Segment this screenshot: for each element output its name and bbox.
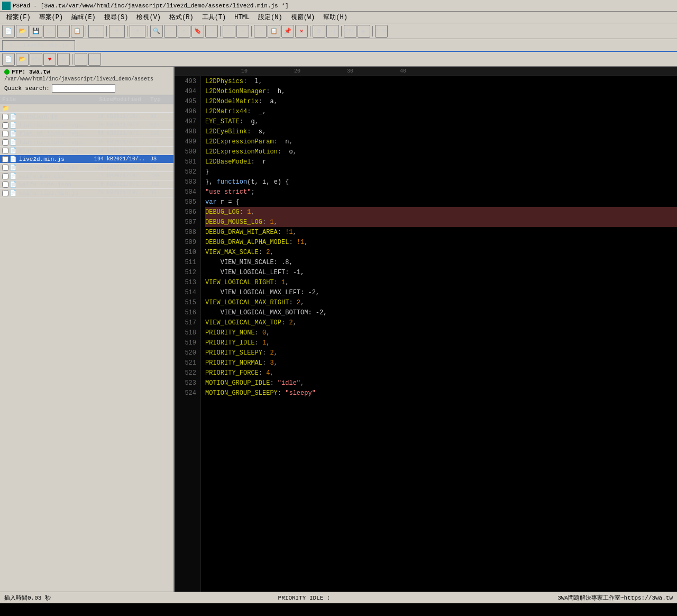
ftp-upload-btn[interactable]: a↑ [75, 53, 87, 66]
file-checkbox[interactable] [2, 190, 8, 196]
file-checkbox[interactable] [2, 139, 8, 146]
copy-btn[interactable]: 📋 [268, 25, 280, 38]
file-name: flat-ui-icons-regula... [19, 122, 87, 129]
line-number: 521 [175, 358, 200, 368]
code-editor[interactable]: 10 20 30 40 4934944954964974984995005015… [175, 67, 677, 592]
search-btn[interactable]: 🔍 [150, 25, 163, 38]
menu-file[interactable]: 檔案(F) [2, 12, 35, 23]
replace-btn[interactable]: ↔ [164, 25, 177, 38]
menu-search[interactable]: 搜尋(S) [100, 12, 133, 23]
ftp-heart-btn[interactable]: ♥ [43, 53, 56, 66]
ruler: 10 20 30 40 [175, 67, 677, 76]
code-line: DEBUG_DRAW_ALPHA_MODEL: !1, [205, 237, 677, 247]
file-checkbox[interactable] [2, 114, 8, 120]
dropdown3[interactable]: ▼ [130, 25, 145, 38]
list-item[interactable]: 📄flat-ui-icons-regula...18 kB2021/8/1...… [0, 147, 173, 155]
tab-live2d-min[interactable]: 1.. live2d.min.js [2, 40, 75, 51]
media-btn[interactable]: ▶ [358, 25, 370, 38]
file-type: CSS [150, 173, 171, 179]
search-label: Quick search: [4, 85, 50, 92]
dropdown1[interactable]: ▼ [88, 25, 104, 38]
file-size: 7 kB [87, 173, 113, 179]
file-name: live2d.min.js [19, 156, 87, 162]
menu-tools[interactable]: 工具(T) [198, 12, 231, 23]
quick-search-input[interactable] [52, 84, 115, 93]
ftp-close-btn[interactable]: ✕ [57, 53, 70, 66]
file-modified: 2021/8/1... [113, 139, 150, 145]
app-icon [2, 2, 11, 10]
file-type: SVG [150, 131, 171, 137]
code-line: DEBUG_MOUSE_LOG: 1, [205, 217, 677, 227]
code-line: MOTION_GROUP_SLEEPY: "sleepy" [205, 388, 677, 398]
col-header-file: File [2, 96, 87, 103]
undo-btn[interactable]: ↩ [223, 25, 235, 38]
new-btn[interactable]: 📄 [2, 25, 15, 38]
list-item[interactable]: 📄live2d.min.js194 kB2021/10/..JS [0, 155, 173, 164]
file-checkbox[interactable] [2, 122, 8, 129]
sep5 [220, 26, 221, 37]
file-list-header: File Size Modified Typ [0, 95, 173, 104]
file-checkbox[interactable] [2, 156, 8, 162]
dropdown2[interactable]: ▼ [109, 25, 125, 38]
file-type: JS [150, 156, 171, 162]
list-item[interactable]: 📄waifu-tips.min.js26 kB2021/10/..JS [0, 189, 173, 197]
clip-btn[interactable]: 📋 [71, 25, 84, 38]
file-checkbox[interactable] [2, 182, 8, 188]
line-number: 524 [175, 388, 200, 398]
ruler-mark-40: 40 [354, 68, 407, 74]
status-bar: 插入時間0.03 秒 PRIORITY IDLE : 3WA問題解決專家工作室~… [0, 592, 677, 603]
menu-project[interactable]: 專案(P) [35, 12, 68, 23]
menu-html[interactable]: HTML [230, 13, 254, 22]
file-icon: 📄 [10, 156, 17, 162]
open-btn[interactable]: 📂 [16, 25, 29, 38]
ftp-hex-btn[interactable]: HEX [30, 53, 42, 66]
save-btn[interactable]: 💾 [30, 25, 42, 38]
line-number: 500 [175, 147, 200, 157]
menu-format[interactable]: 格式(R) [165, 12, 198, 23]
delete-btn[interactable]: ✕ [295, 25, 308, 38]
file-checkbox[interactable] [2, 165, 8, 171]
code-line: PRIORITY_NORMAL: 3, [205, 358, 677, 368]
cut-btn[interactable]: ✂ [254, 25, 267, 38]
ftp-new-btn[interactable]: 📄 [2, 53, 15, 66]
menu-help[interactable]: 幫助(H) [319, 12, 352, 23]
file-icon: 📄 [10, 173, 17, 179]
ftp-open-btn[interactable]: 📂 [16, 53, 29, 66]
ftp-path: /var/www/html/inc/javascript/live2d_demo… [4, 76, 169, 82]
list-item[interactable]: 📄flat-ui-icons-regula...56 kB2021/8/1...… [0, 130, 173, 138]
goto-btn[interactable]: ➤ [178, 25, 190, 38]
col-header-modified: Modified [113, 96, 150, 103]
menu-settings[interactable]: 設定(N) [254, 12, 287, 23]
main-content: FTP: 3wa.tw /var/www/html/inc/javascript… [0, 67, 677, 592]
ftp-server: FTP: 3wa.tw [4, 69, 169, 75]
list-item[interactable]: 📄flat-ui-icons-regula...26 kB2021/8/1...… [0, 121, 173, 130]
file-name: autoload.js [19, 114, 87, 120]
line-number: 509 [175, 237, 200, 247]
paste-btn[interactable]: 📌 [281, 25, 294, 38]
redo-btn[interactable]: ↪ [236, 25, 249, 38]
list-item[interactable]: 📄waifu-tips.json8 kB2021/8/1...JSC [0, 180, 173, 189]
spell-btn[interactable]: SPELL [344, 25, 356, 38]
line-number: 493 [175, 76, 200, 86]
file-checkbox[interactable] [2, 131, 8, 137]
list-item[interactable]: 📄autoload.js16 kB2021/10/..JS [0, 113, 173, 121]
bookmark-btn[interactable]: 🔖 [191, 25, 204, 38]
menu-edit[interactable]: 編輯(E) [67, 12, 100, 23]
sep10 [72, 54, 72, 65]
file-modified: 2021/8/1... [113, 122, 150, 128]
list-item[interactable]: 📁.. [0, 104, 173, 113]
print-btn[interactable]: 🖨 [205, 25, 218, 38]
bold-btn[interactable]: B [313, 25, 325, 38]
ftp-spellcheck-btn[interactable]: a|e [88, 53, 101, 66]
indent-btn[interactable]: →| [326, 25, 339, 38]
list-item[interactable]: 📄flat-ui-icons-regula...26 kB2021/8/1...… [0, 138, 173, 147]
list-item[interactable]: 📄live2d.min.js_bak194 kB2021/10/..JS_ [0, 164, 173, 172]
menu-view[interactable]: 檢視(V) [132, 12, 165, 23]
menu-window[interactable]: 視窗(W) [287, 12, 319, 23]
save-all-btn[interactable]: 🗂 [43, 25, 56, 38]
file-checkbox[interactable] [2, 148, 8, 154]
log-btn[interactable]: LOG [57, 25, 70, 38]
file-checkbox[interactable] [2, 173, 8, 179]
list-item[interactable]: 📄waifu.min.css7 kB2021/10/..CSS [0, 172, 173, 180]
extra-btn[interactable]: 1130 [375, 25, 388, 38]
